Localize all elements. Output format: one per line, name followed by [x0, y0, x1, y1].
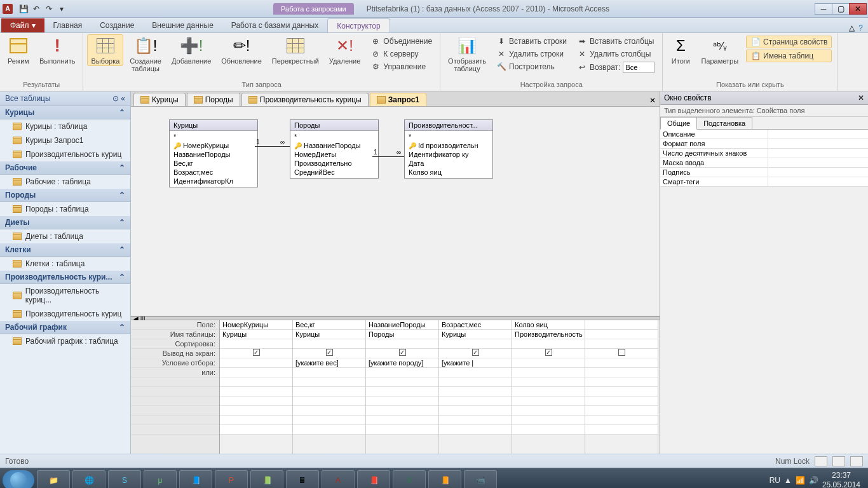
task-access[interactable]: A	[322, 470, 355, 489]
nav-section-header[interactable]: Диеты⌃	[0, 216, 130, 229]
maximize-button[interactable]: ▢	[832, 3, 850, 15]
grid-cell[interactable]	[585, 330, 658, 339]
file-tab[interactable]: Файл ▾	[1, 18, 44, 32]
property-row[interactable]: Описание	[660, 130, 868, 139]
table-field[interactable]: НомерДиеты	[290, 150, 378, 159]
table-names-button[interactable]: 📋Имена таблиц	[746, 50, 832, 62]
help-icon[interactable]: ?	[858, 24, 863, 32]
crosstab-button[interactable]: Перекрестный	[268, 34, 323, 66]
grid-cell[interactable]: НазваниеПороды	[366, 320, 438, 330]
qat-dropdown-icon[interactable]: ▾	[56, 3, 67, 15]
union-button[interactable]: ⊕Объединение	[368, 36, 435, 47]
task-calc[interactable]: 🖩	[286, 470, 319, 489]
nav-section-header[interactable]: Рабочие⌃	[0, 161, 130, 175]
grid-cell[interactable]	[366, 339, 438, 349]
delete-query-button[interactable]: ✕! Удаление	[325, 34, 365, 66]
grid-cell[interactable]	[366, 349, 438, 358]
checkbox-icon[interactable]	[399, 349, 406, 356]
prop-tab-general[interactable]: Общие	[660, 117, 697, 130]
grid-cell[interactable]: Породы	[366, 330, 438, 339]
task-app[interactable]: 📘	[179, 470, 212, 489]
grid-cell[interactable]	[220, 358, 292, 368]
undo-icon[interactable]: ↶	[31, 3, 42, 15]
run-button[interactable]: ! Выполнить	[36, 34, 79, 66]
table-field[interactable]: *	[170, 132, 257, 141]
tab-home[interactable]: Главная	[44, 18, 92, 32]
task-chrome[interactable]: 🌐	[72, 470, 105, 489]
table-field[interactable]: 🔑Id производительн	[405, 141, 492, 150]
update-button[interactable]: ✏! Обновление	[217, 34, 266, 66]
minimize-button[interactable]: ─	[815, 3, 832, 15]
tray-volume-icon[interactable]: 🔊	[809, 476, 818, 485]
passthrough-button[interactable]: ⊘К серверу	[368, 48, 435, 60]
grid-cell[interactable]	[293, 349, 365, 358]
grid-cell[interactable]: Возраст,мес	[439, 320, 512, 330]
totals-button[interactable]: Σ Итоги	[667, 34, 695, 66]
grid-cell[interactable]: Курицы	[220, 330, 292, 339]
delete-cols-button[interactable]: ✕Удалить столбцы	[574, 48, 657, 60]
tray-flag-icon[interactable]: ▲	[784, 476, 792, 485]
close-tab-icon[interactable]: ✕	[646, 95, 660, 106]
tab-design[interactable]: Конструктор	[327, 18, 390, 32]
nav-section-header[interactable]: Курицы⌃	[0, 106, 130, 119]
table-field[interactable]: *	[405, 132, 492, 141]
task-excel[interactable]: X	[393, 470, 426, 489]
task-app2[interactable]: 📗	[250, 470, 283, 489]
close-property-sheet-icon[interactable]: ✕	[858, 93, 864, 102]
checkbox-icon[interactable]	[326, 349, 333, 356]
nav-item[interactable]: Производительность куриц	[0, 307, 130, 321]
property-row[interactable]: Маска ввода	[660, 158, 868, 168]
query-designer-diagram[interactable]: Курицы *🔑НомерКурицыНазваниеПородыВес,кг…	[131, 107, 660, 316]
nav-section-header[interactable]: Рабочий график⌃	[0, 321, 130, 334]
table-field[interactable]: Идентификатор ку	[405, 150, 492, 159]
table-field[interactable]: *	[290, 132, 378, 141]
make-table-button[interactable]: 📋! Создание таблицы	[126, 34, 165, 74]
checkbox-icon[interactable]	[253, 349, 260, 356]
show-table-button[interactable]: 📊 Отобразить таблицу	[444, 34, 490, 74]
table-field[interactable]: Колво яиц	[405, 168, 492, 177]
params-button[interactable]: ᵃᵇ⁄ᵧ Параметры	[697, 34, 742, 66]
doc-tab-active[interactable]: Запрос1	[370, 93, 426, 106]
nav-item[interactable]: Производительность куриц...	[0, 284, 130, 307]
nav-section-header[interactable]: Породы⌃	[0, 189, 130, 202]
grid-cell[interactable]: Курицы	[293, 330, 365, 339]
table-field[interactable]: 🔑НомерКурицы	[170, 141, 257, 150]
property-row[interactable]: Число десятичных знаков	[660, 149, 868, 158]
grid-cell[interactable]: Вес,кг	[293, 320, 365, 330]
sql-view-icon[interactable]	[832, 456, 845, 466]
grid-cell[interactable]: НомерКурицы	[220, 320, 292, 330]
datadef-button[interactable]: ⚙Управление	[368, 61, 435, 72]
tray-lang[interactable]: RU	[770, 476, 780, 485]
table-field[interactable]: Дата	[405, 159, 492, 168]
grid-cell[interactable]	[512, 339, 585, 349]
search-icon[interactable]: ⊙	[112, 94, 119, 103]
task-skype[interactable]: S	[108, 470, 141, 489]
grid-cell[interactable]	[585, 368, 658, 377]
checkbox-icon[interactable]	[618, 349, 625, 356]
tab-external[interactable]: Внешние данные	[143, 18, 222, 32]
grid-cell[interactable]: [укажите |	[439, 358, 512, 368]
datasheet-view-icon[interactable]	[815, 456, 827, 466]
nav-item[interactable]: Рабочие : таблица	[0, 175, 130, 189]
table-field[interactable]: 🔑НазваниеПороды	[290, 141, 378, 150]
delete-rows-button[interactable]: ✕Удалить строки	[494, 48, 569, 60]
task-camera[interactable]: 📹	[464, 470, 497, 489]
view-button[interactable]: Режим	[4, 34, 33, 66]
task-pdf[interactable]: 📕	[357, 470, 390, 489]
grid-cell[interactable]	[585, 358, 658, 368]
save-icon[interactable]: 💾	[18, 3, 29, 15]
table-box-kuritsy[interactable]: Курицы *🔑НомерКурицыНазваниеПородыВес,кг…	[169, 119, 258, 187]
table-box-proizv[interactable]: Производительност... *🔑Id производительн…	[404, 119, 493, 179]
return-input[interactable]	[623, 62, 654, 73]
grid-cell[interactable]	[585, 320, 658, 330]
grid-cell[interactable]	[220, 339, 292, 349]
tray-clock[interactable]: 23:37 25.05.2014	[822, 471, 860, 488]
select-query-button[interactable]: Выборка	[87, 34, 123, 66]
task-powerpoint[interactable]: P	[215, 470, 248, 489]
return-button[interactable]: ↩Возврат:	[574, 61, 657, 74]
nav-item[interactable]: Курицы : таблица	[0, 119, 130, 133]
task-explorer[interactable]: 📁	[37, 470, 70, 489]
nav-item[interactable]: Рабочий график : таблица	[0, 334, 130, 348]
grid-cell[interactable]	[585, 349, 658, 358]
grid-cell[interactable]	[366, 368, 438, 377]
